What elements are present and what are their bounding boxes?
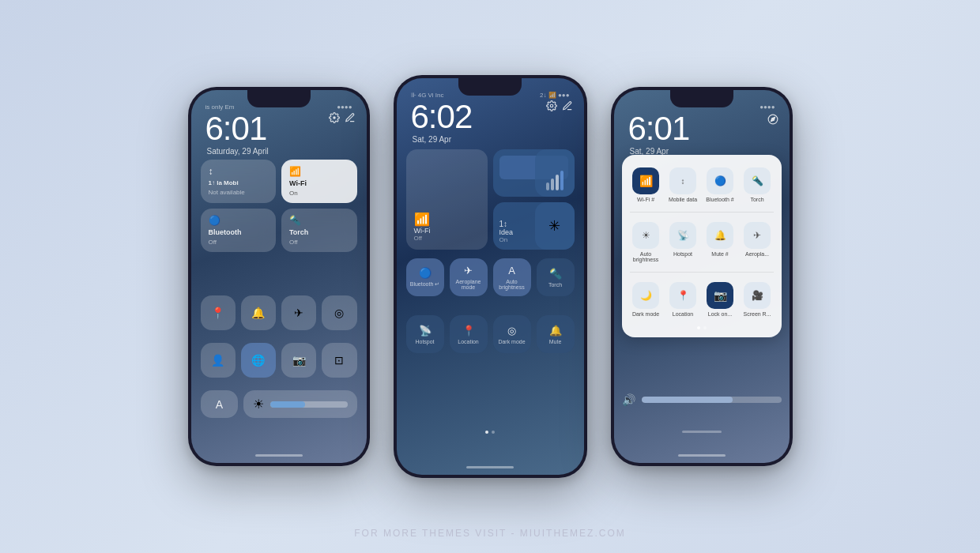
bluetooth-p3[interactable]: 🔵 Bluetooth #	[704, 163, 737, 207]
hotspot-label-p3: Hotspot	[673, 251, 692, 257]
user-tile[interactable]: 👤	[201, 343, 236, 378]
location-label-p2: Location	[458, 339, 478, 344]
autobrightness-icon-p3: ☀	[632, 222, 659, 249]
volume-bar-p3[interactable]	[642, 397, 782, 403]
camera-tile[interactable]: 📷	[281, 343, 316, 378]
wifi-big-sublabel: Off	[414, 235, 480, 242]
card-row-1: 📶 Wi-Fi # ↕ Mobile data 🔵 Bluetooth # 🔦 …	[630, 163, 774, 207]
mute-icon-p2: 🔔	[549, 325, 562, 337]
screen-tile[interactable]: 🌐	[241, 343, 276, 378]
settings-icon-2	[546, 100, 557, 111]
lockscreen-p3[interactable]: 📷 Lock on...	[704, 277, 737, 322]
torch-tile[interactable]: 🔦 Torch Off	[281, 209, 357, 252]
airplane-p3[interactable]: ✈ Aeropla...	[741, 217, 774, 267]
wifi-tile[interactable]: 📶 Wi-Fi On	[281, 160, 357, 203]
brightness-icon-p2: A	[508, 265, 515, 276]
icons-top-1	[329, 112, 356, 123]
lockscreen-icon-p3: 📷	[707, 282, 733, 309]
home-indicator-2	[466, 466, 514, 468]
hotspot-tile-p2[interactable]: 📡 Hotspot	[406, 315, 444, 353]
location-p3[interactable]: 📍 Location	[667, 277, 699, 322]
torch-icon: 🔦	[289, 215, 349, 226]
notch-2	[458, 78, 522, 96]
mute-icon-p3: 🔔	[707, 222, 733, 249]
torch-tile-p2[interactable]: 🔦 Torch	[537, 258, 575, 296]
darkmode-icon-p2: ◎	[507, 325, 516, 337]
text-size-tile[interactable]: A	[201, 390, 239, 418]
torch-icon-p3: 🔦	[744, 167, 771, 194]
airplane-tile-p2[interactable]: ✈ Aeroplane mode	[450, 258, 488, 296]
bluetooth-label-p3: Bluetooth #	[706, 197, 733, 202]
brightness-tile-p2[interactable]: A Auto brightness	[493, 258, 531, 296]
brightness-fill	[270, 401, 305, 408]
phone-2-screen: ⊪ 4G Vi Inc 2↓ 📶 ●●● 6:02 Sat, 29 Apr 📶 …	[397, 78, 584, 475]
bottom-handle-p3	[614, 431, 790, 433]
edit-icon-1	[345, 112, 356, 123]
svg-marker-3	[771, 118, 775, 122]
brightness-row-1: A ☀	[201, 390, 357, 418]
airplane-label-p2: Aeroplane mode	[450, 279, 488, 290]
wifi-p3[interactable]: 📶 Wi-Fi #	[630, 163, 662, 207]
notch-1	[247, 90, 311, 107]
compass-icon-3	[767, 114, 778, 125]
darkmode-tile-p2[interactable]: ◎ Dark mode	[493, 315, 531, 353]
darkmode-label-p3: Dark mode	[632, 311, 659, 317]
small-tiles-2: 👤 🌐 📷 ⊡	[201, 343, 357, 378]
dot-2	[492, 431, 495, 434]
torch-sublabel: Off	[289, 239, 349, 246]
home-indicator-1	[255, 454, 303, 457]
icons-top-2	[546, 100, 573, 111]
mobile-data-tile[interactable]: ↕ 1↑ la Mobi Not available	[201, 160, 277, 203]
bluetooth-label: Bluetooth	[209, 228, 269, 236]
mute-label-p2: Mute	[549, 339, 562, 344]
hotspot-icon-p2: 📡	[419, 325, 432, 337]
time-3: 6:01	[628, 112, 690, 145]
wifi-sublabel: On	[289, 190, 349, 197]
status-right-1: ●●●●	[337, 103, 352, 111]
mute-tile-p2[interactable]: 🔔 Mute	[537, 315, 575, 353]
card-dot-1	[697, 326, 700, 329]
location-tile-p2[interactable]: 📍 Location	[450, 315, 488, 353]
location-tile[interactable]: 📍	[201, 295, 236, 330]
card-dot-2	[703, 326, 707, 329]
svg-point-0	[333, 116, 336, 119]
volume-icon-p3: 🔊	[622, 393, 635, 406]
torch-label-p3: Torch	[750, 197, 763, 202]
watermark: FOR MORE THEMES VISIT - MIUITHEMEZ.COM	[354, 528, 626, 539]
mobiledata-p3[interactable]: ↕ Mobile data	[667, 163, 699, 207]
wifi-big-tile[interactable]: 📶 Wi-Fi Off	[406, 149, 488, 250]
dnd-tile[interactable]: ◎	[322, 295, 356, 330]
darkmode-icon-p3: 🌙	[632, 282, 659, 309]
status-right-3: ●●●●	[760, 103, 775, 111]
bluetooth-tile[interactable]: 🔵 Bluetooth Off	[201, 209, 277, 252]
airplane-tile[interactable]: ✈	[281, 295, 316, 330]
location-icon-p3: 📍	[669, 282, 696, 309]
edit-icon-2	[562, 100, 573, 111]
brightness-bar-tile[interactable]: ☀	[243, 390, 356, 418]
bluetooth-icon-p3: 🔵	[707, 167, 733, 194]
mute-tile[interactable]: 🔔	[241, 295, 276, 330]
divider-1	[630, 212, 774, 213]
expand-tile[interactable]: ⊡	[322, 343, 356, 378]
mute-p3[interactable]: 🔔 Mute #	[704, 217, 737, 267]
airplane-icon-p3: ✈	[744, 222, 771, 249]
screenrecord-label-p3: Screen R...	[743, 311, 771, 317]
card-row-2: ☀ Auto brightness 📡 Hotspot 🔔 Mute # ✈ A…	[630, 217, 774, 267]
volume-row-p3: 🔊	[622, 393, 782, 406]
divider-2	[630, 272, 774, 273]
airplane-icon-p2: ✈	[464, 265, 473, 276]
phone-3: ●●●● 6:01 Sat, 29 Apr 📶 Wi-Fi # ↕ Mo	[611, 87, 793, 466]
bt-tile-p2[interactable]: 🔵 Bluetooth ↵	[406, 258, 444, 296]
screenrecord-p3[interactable]: 🎥 Screen R...	[741, 277, 774, 322]
vol-bars: ✳	[535, 149, 575, 250]
torch-p3[interactable]: 🔦 Torch	[741, 163, 774, 207]
hotspot-p3[interactable]: 📡 Hotspot	[667, 217, 699, 267]
phone-2: ⊪ 4G Vi Inc 2↓ 📶 ●●● 6:02 Sat, 29 Apr 📶 …	[394, 75, 587, 478]
volume-fill-p3	[642, 397, 733, 403]
settings-icon-1	[329, 112, 340, 123]
sun-icon-brightness: ☀	[253, 397, 264, 412]
autobrightness-p3[interactable]: ☀ Auto brightness	[630, 217, 662, 267]
wifi-label-p3: Wi-Fi #	[637, 197, 654, 202]
darkmode-p3[interactable]: 🌙 Dark mode	[630, 277, 662, 322]
bt-label-p2: Bluetooth ↵	[410, 281, 440, 288]
